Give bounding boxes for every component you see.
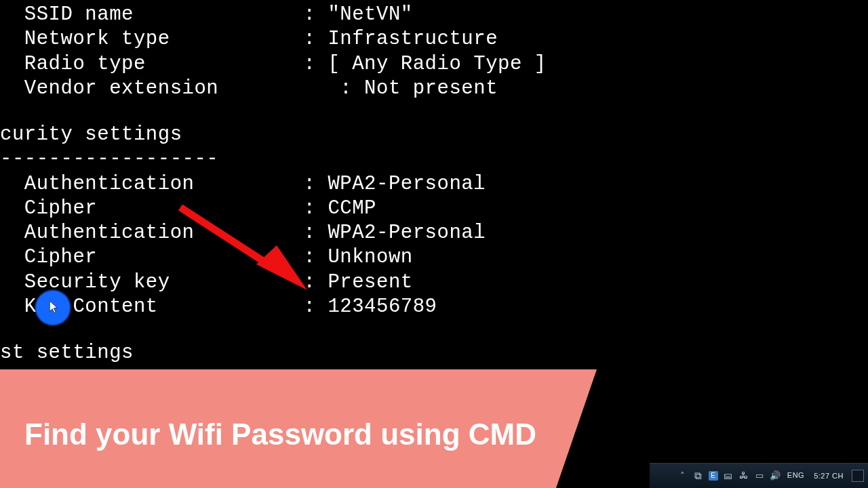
label: Vendor extension — [0, 77, 218, 100]
network-icon[interactable]: 🖧 — [738, 470, 749, 481]
app-icon[interactable]: E — [709, 471, 718, 481]
terminal-window: SSID name : "NetVN" Network type : Infra… — [0, 0, 868, 488]
row-cipher-1: Cipher : CCMP — [0, 197, 868, 221]
cursor-pointer-icon — [50, 301, 59, 314]
row-network-type: Network type : Infrastructure — [0, 27, 868, 52]
sep: : — [218, 77, 364, 100]
value: Not present — [364, 77, 498, 100]
security-settings-block: curity settings ------------------ Authe… — [0, 123, 868, 319]
section-rule: ------------------ — [0, 147, 868, 171]
row-vendor-ext: Vendor extension : Not present — [0, 77, 868, 101]
cost-settings-block: st settings — [0, 341, 868, 365]
value: Present — [328, 271, 412, 293]
sep: : — [146, 53, 328, 75]
value: Unknown — [328, 246, 412, 268]
row-auth-2: Authentication : WPA2-Personal — [0, 221, 868, 245]
clock-time: 5:27 CH — [814, 472, 844, 480]
row-ssid: SSID name : "NetVN" — [0, 3, 868, 27]
row-security-key: Security key : Present — [0, 270, 868, 295]
row-auth-1: Authentication : WPA2-Personal — [0, 172, 868, 197]
battery-icon[interactable]: ▭ — [754, 470, 765, 481]
label: Network type — [0, 28, 170, 50]
row-radio-type: Radio type : [ Any Radio Type ] — [0, 52, 868, 77]
action-center-icon[interactable] — [852, 470, 864, 482]
dropbox-icon[interactable]: ⧉ — [693, 470, 704, 481]
safely-remove-icon[interactable]: 🖴 — [723, 470, 734, 481]
label: Key Content — [0, 296, 158, 318]
value: 123456789 — [328, 296, 437, 318]
volume-icon[interactable]: 🔊 — [770, 470, 781, 481]
sep: : — [170, 28, 328, 50]
value: CCMP — [328, 197, 376, 220]
sep: : — [134, 3, 328, 26]
banner-text: Find your Wifi Password using CMD — [24, 415, 536, 453]
sep: : — [194, 173, 328, 195]
row-cipher-2: Cipher : Unknown — [0, 245, 868, 270]
arrow-annotation-icon — [175, 202, 317, 304]
taskbar[interactable]: ˄ ⧉ E 🖴 🖧 ▭ 🔊 ENG 5:27 CH — [650, 463, 868, 488]
value: Infrastructure — [328, 28, 498, 50]
section-header-cost: st settings — [0, 341, 868, 365]
label: Cipher — [0, 246, 97, 268]
label: Radio type — [0, 53, 146, 75]
system-tray[interactable]: ˄ ⧉ E 🖴 🖧 ▭ 🔊 — [677, 470, 781, 481]
value: [ Any Radio Type ] — [328, 53, 546, 75]
label: Security key — [0, 271, 170, 293]
label: Cipher — [0, 197, 97, 220]
connectivity-block: SSID name : "NetVN" Network type : Infra… — [0, 0, 868, 101]
label: SSID name — [0, 3, 134, 26]
language-indicator[interactable]: ENG — [786, 471, 806, 481]
svg-marker-1 — [256, 245, 307, 290]
row-key-content: Key Content : 123456789 — [0, 295, 868, 319]
label: Authentication — [0, 222, 194, 244]
value: "NetVN" — [328, 3, 412, 26]
label: Authentication — [0, 173, 194, 195]
tray-overflow-icon[interactable]: ˄ — [677, 470, 688, 481]
value: WPA2-Personal — [328, 222, 486, 244]
value: WPA2-Personal — [328, 173, 486, 195]
tray-clock[interactable]: 5:27 CH — [811, 472, 846, 480]
section-header-security: curity settings — [0, 123, 868, 147]
